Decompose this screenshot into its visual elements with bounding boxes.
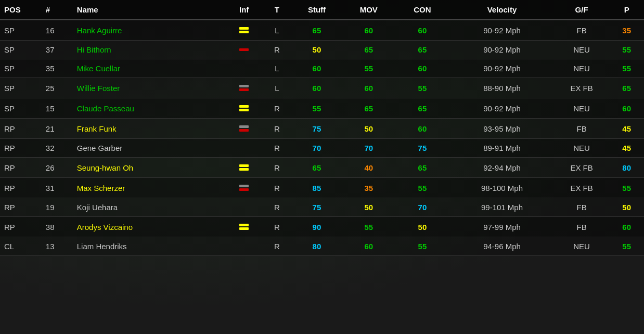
table-row: RP32Gene GarberR70707589-91 MphNEU45 xyxy=(0,139,644,158)
cell-name: Seung-hwan Oh xyxy=(73,158,225,178)
cell-velocity: 90-92 Mph xyxy=(450,41,554,59)
cell-stuff: 90 xyxy=(291,217,343,237)
cell-hand: L xyxy=(263,78,291,98)
table-row: RP31Max ScherzerR85355598-100 MphEX FB55 xyxy=(0,178,644,198)
cell-gf: NEU xyxy=(554,139,609,158)
cell-mov: 50 xyxy=(343,119,395,139)
cell-pos: SP xyxy=(0,98,42,119)
cell-pos: SP xyxy=(0,41,42,59)
table-row: RP21Frank FunkR75506093-95 MphFB45 xyxy=(0,119,644,139)
pitcher-table: POS # Name Inf T Stuff MOV CON Velocity … xyxy=(0,0,644,256)
cell-num: 16 xyxy=(42,20,73,41)
cell-p: 65 xyxy=(609,78,644,98)
cell-stuff: 55 xyxy=(291,98,343,119)
cell-hand: L xyxy=(263,20,291,41)
table-row: CL13Liam HendriksR80605594-96 MphNEU55 xyxy=(0,237,644,256)
cell-name: Frank Funk xyxy=(73,119,225,139)
cell-name: Claude Passeau xyxy=(73,98,225,119)
cell-pos: RP xyxy=(0,158,42,178)
cell-velocity: 94-96 Mph xyxy=(450,237,554,256)
cell-hand: R xyxy=(263,98,291,119)
cell-hand: R xyxy=(263,237,291,256)
cell-name: Koji Uehara xyxy=(73,198,225,217)
cell-hand: R xyxy=(263,217,291,237)
cell-mov: 35 xyxy=(343,178,395,198)
cell-gf: FB xyxy=(554,198,609,217)
cell-p: 35 xyxy=(609,20,644,41)
cell-gf: EX FB xyxy=(554,158,609,178)
cell-hand: R xyxy=(263,139,291,158)
table-row: SP16Hank AguirreL65606090-92 MphFB35 xyxy=(0,20,644,41)
cell-velocity: 93-95 Mph xyxy=(450,119,554,139)
cell-inf xyxy=(225,59,263,78)
cell-inf xyxy=(225,78,263,98)
table-row: RP38Arodys VizcainoR90555097-99 MphFB60 xyxy=(0,217,644,237)
cell-mov: 40 xyxy=(343,158,395,178)
cell-stuff: 65 xyxy=(291,20,343,41)
cell-con: 65 xyxy=(395,158,450,178)
cell-gf: NEU xyxy=(554,59,609,78)
cell-mov: 60 xyxy=(343,20,395,41)
cell-stuff: 50 xyxy=(291,41,343,59)
cell-pos: SP xyxy=(0,78,42,98)
cell-pos: RP xyxy=(0,139,42,158)
cell-hand: R xyxy=(263,198,291,217)
cell-name: Arodys Vizcaino xyxy=(73,217,225,237)
cell-p: 60 xyxy=(609,98,644,119)
cell-num: 21 xyxy=(42,119,73,139)
cell-mov: 65 xyxy=(343,98,395,119)
cell-con: 65 xyxy=(395,98,450,119)
cell-hand: L xyxy=(263,59,291,78)
cell-con: 65 xyxy=(395,41,450,59)
cell-num: 37 xyxy=(42,41,73,59)
cell-pos: SP xyxy=(0,59,42,78)
cell-name: Liam Hendriks xyxy=(73,237,225,256)
cell-name: Hi Bithorn xyxy=(73,41,225,59)
header-inf: Inf xyxy=(225,0,263,20)
cell-name: Willie Foster xyxy=(73,78,225,98)
cell-p: 60 xyxy=(609,217,644,237)
cell-stuff: 70 xyxy=(291,139,343,158)
table-row: RP19Koji UeharaR75507099-101 MphFB50 xyxy=(0,198,644,217)
cell-stuff: 75 xyxy=(291,198,343,217)
cell-mov: 70 xyxy=(343,139,395,158)
cell-con: 60 xyxy=(395,119,450,139)
cell-con: 55 xyxy=(395,178,450,198)
cell-velocity: 90-92 Mph xyxy=(450,20,554,41)
cell-gf: FB xyxy=(554,119,609,139)
cell-pos: SP xyxy=(0,20,42,41)
cell-gf: FB xyxy=(554,20,609,41)
cell-stuff: 80 xyxy=(291,237,343,256)
header-num: # xyxy=(42,0,73,20)
cell-velocity: 90-92 Mph xyxy=(450,98,554,119)
cell-gf: EX FB xyxy=(554,178,609,198)
cell-inf xyxy=(225,178,263,198)
cell-velocity: 92-94 Mph xyxy=(450,158,554,178)
cell-p: 55 xyxy=(609,41,644,59)
cell-hand: R xyxy=(263,158,291,178)
cell-pos: RP xyxy=(0,198,42,217)
cell-mov: 55 xyxy=(343,59,395,78)
cell-name: Max Scherzer xyxy=(73,178,225,198)
cell-num: 13 xyxy=(42,237,73,256)
cell-gf: NEU xyxy=(554,98,609,119)
cell-inf xyxy=(225,119,263,139)
cell-name: Gene Garber xyxy=(73,139,225,158)
cell-mov: 60 xyxy=(343,237,395,256)
table-row: SP37Hi BithornR50656590-92 MphNEU55 xyxy=(0,41,644,59)
cell-inf xyxy=(225,158,263,178)
cell-velocity: 97-99 Mph xyxy=(450,217,554,237)
header-mov: MOV xyxy=(343,0,395,20)
cell-name: Hank Aguirre xyxy=(73,20,225,41)
cell-con: 75 xyxy=(395,139,450,158)
cell-num: 35 xyxy=(42,59,73,78)
cell-num: 25 xyxy=(42,78,73,98)
header-t: T xyxy=(263,0,291,20)
cell-stuff: 75 xyxy=(291,119,343,139)
table-body: SP16Hank AguirreL65606090-92 MphFB35SP37… xyxy=(0,20,644,256)
cell-inf xyxy=(225,217,263,237)
cell-con: 60 xyxy=(395,59,450,78)
cell-con: 55 xyxy=(395,237,450,256)
cell-velocity: 98-100 Mph xyxy=(450,178,554,198)
cell-hand: R xyxy=(263,41,291,59)
